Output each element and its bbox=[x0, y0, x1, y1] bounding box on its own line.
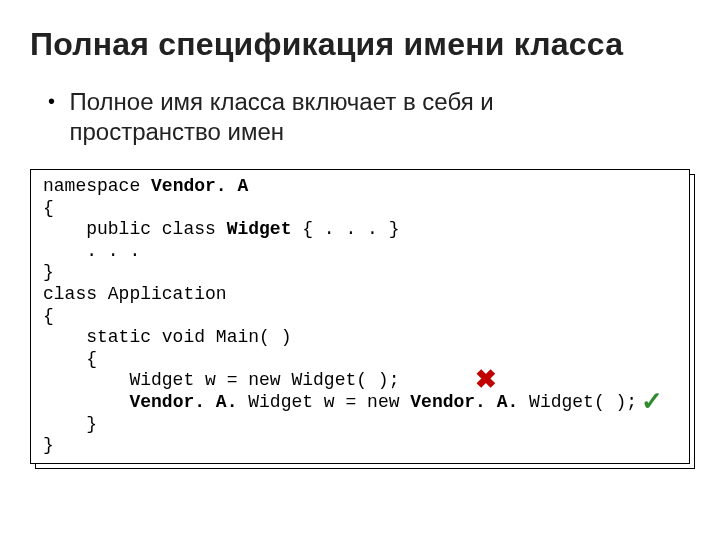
code-line: public class Widget { . . . } bbox=[43, 219, 677, 241]
code-line: class Application bbox=[43, 284, 677, 306]
code-line: . . . bbox=[43, 241, 677, 263]
slide-title: Полная спецификация имени класса bbox=[30, 26, 690, 63]
code-line: { bbox=[43, 198, 677, 220]
code-block: namespace Vendor. A { public class Widge… bbox=[30, 169, 690, 464]
code-line: { bbox=[43, 349, 677, 371]
code-line: namespace Vendor. A bbox=[43, 176, 677, 198]
code-line: } bbox=[43, 262, 677, 284]
code-line: } bbox=[43, 414, 677, 436]
cross-icon: ✖ bbox=[475, 364, 497, 395]
code-line: static void Main( ) bbox=[43, 327, 677, 349]
code-line: Vendor. A. Widget w = new Vendor. A. Wid… bbox=[43, 392, 677, 414]
bullet-item: • Полное имя класса включает в себя и пр… bbox=[48, 87, 690, 147]
bullet-dot: • bbox=[48, 87, 55, 115]
bullet-text: Полное имя класса включает в себя и прос… bbox=[69, 87, 629, 147]
code-line: { bbox=[43, 306, 677, 328]
code-line: Widget w = new Widget( );✖ bbox=[43, 370, 677, 392]
check-icon: ✓ bbox=[641, 386, 663, 417]
code-line: } bbox=[43, 435, 677, 457]
